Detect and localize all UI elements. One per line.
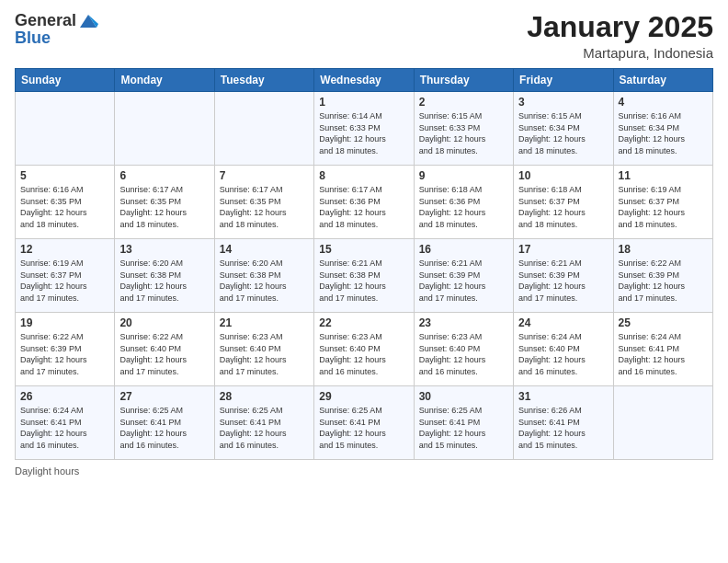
- calendar-day-cell: 20Sunrise: 6:22 AM Sunset: 6:40 PM Dayli…: [115, 313, 214, 386]
- calendar-day-cell: 6Sunrise: 6:17 AM Sunset: 6:35 PM Daylig…: [115, 166, 214, 239]
- day-number: 23: [419, 316, 508, 329]
- day-number: 9: [419, 169, 508, 182]
- day-number: 28: [220, 390, 309, 403]
- day-info: Sunrise: 6:16 AM Sunset: 6:34 PM Dayligh…: [619, 110, 708, 156]
- calendar-day-cell: 22Sunrise: 6:23 AM Sunset: 6:40 PM Dayli…: [314, 313, 414, 386]
- day-info: Sunrise: 6:25 AM Sunset: 6:41 PM Dayligh…: [119, 405, 209, 451]
- day-info: Sunrise: 6:22 AM Sunset: 6:39 PM Dayligh…: [20, 331, 109, 377]
- day-number: 24: [518, 316, 608, 329]
- day-info: Sunrise: 6:24 AM Sunset: 6:40 PM Dayligh…: [518, 331, 608, 377]
- header: General Blue January 2025 Martapura, Ind…: [15, 11, 713, 61]
- calendar-day-header: Wednesday: [314, 69, 414, 92]
- calendar-day-cell: 29Sunrise: 6:25 AM Sunset: 6:41 PM Dayli…: [314, 386, 414, 460]
- calendar-location: Martapura, Indonesia: [527, 45, 713, 61]
- day-info: Sunrise: 6:18 AM Sunset: 6:36 PM Dayligh…: [419, 184, 508, 230]
- day-info: Sunrise: 6:25 AM Sunset: 6:41 PM Dayligh…: [419, 405, 508, 451]
- calendar-day-header: Friday: [514, 69, 613, 92]
- day-number: 19: [20, 316, 109, 329]
- day-info: Sunrise: 6:19 AM Sunset: 6:37 PM Dayligh…: [20, 258, 109, 304]
- day-info: Sunrise: 6:17 AM Sunset: 6:35 PM Dayligh…: [119, 184, 209, 230]
- calendar-day-cell: 19Sunrise: 6:22 AM Sunset: 6:39 PM Dayli…: [16, 313, 115, 386]
- day-number: 12: [20, 243, 109, 256]
- day-number: 14: [220, 243, 309, 256]
- day-number: 17: [518, 243, 608, 256]
- day-info: Sunrise: 6:23 AM Sunset: 6:40 PM Dayligh…: [419, 331, 508, 377]
- calendar-day-cell: 30Sunrise: 6:25 AM Sunset: 6:41 PM Dayli…: [414, 386, 513, 460]
- calendar-day-cell: 31Sunrise: 6:26 AM Sunset: 6:41 PM Dayli…: [514, 386, 613, 460]
- calendar-day-cell: 1Sunrise: 6:14 AM Sunset: 6:33 PM Daylig…: [314, 92, 414, 166]
- logo-blue-text: Blue: [15, 29, 98, 48]
- calendar-day-cell: 15Sunrise: 6:21 AM Sunset: 6:38 PM Dayli…: [314, 239, 414, 313]
- day-number: 15: [319, 243, 408, 256]
- calendar-week-row: 26Sunrise: 6:24 AM Sunset: 6:41 PM Dayli…: [16, 386, 713, 460]
- calendar-day-cell: 5Sunrise: 6:16 AM Sunset: 6:35 PM Daylig…: [16, 166, 115, 239]
- calendar-title: January 2025: [527, 11, 713, 43]
- day-number: 16: [419, 243, 508, 256]
- day-info: Sunrise: 6:17 AM Sunset: 6:36 PM Dayligh…: [319, 184, 408, 230]
- calendar-day-header: Monday: [115, 69, 214, 92]
- day-number: 31: [518, 390, 608, 403]
- calendar-day-cell: 14Sunrise: 6:20 AM Sunset: 6:38 PM Dayli…: [214, 239, 313, 313]
- calendar-day-cell: 9Sunrise: 6:18 AM Sunset: 6:36 PM Daylig…: [414, 166, 513, 239]
- calendar-day-cell: 7Sunrise: 6:17 AM Sunset: 6:35 PM Daylig…: [214, 166, 313, 239]
- day-info: Sunrise: 6:17 AM Sunset: 6:35 PM Dayligh…: [220, 184, 309, 230]
- footer: Daylight hours: [15, 465, 713, 477]
- calendar-day-cell: 21Sunrise: 6:23 AM Sunset: 6:40 PM Dayli…: [214, 313, 313, 386]
- calendar-day-cell: 3Sunrise: 6:15 AM Sunset: 6:34 PM Daylig…: [514, 92, 613, 166]
- day-number: 25: [619, 316, 708, 329]
- calendar-day-cell: 17Sunrise: 6:21 AM Sunset: 6:39 PM Dayli…: [514, 239, 613, 313]
- day-info: Sunrise: 6:24 AM Sunset: 6:41 PM Dayligh…: [619, 331, 708, 377]
- day-info: Sunrise: 6:19 AM Sunset: 6:37 PM Dayligh…: [619, 184, 708, 230]
- calendar-day-cell: 18Sunrise: 6:22 AM Sunset: 6:39 PM Dayli…: [613, 239, 712, 313]
- day-info: Sunrise: 6:21 AM Sunset: 6:39 PM Dayligh…: [419, 258, 508, 304]
- day-info: Sunrise: 6:23 AM Sunset: 6:40 PM Dayligh…: [220, 331, 309, 377]
- day-info: Sunrise: 6:15 AM Sunset: 6:34 PM Dayligh…: [518, 110, 608, 156]
- day-number: 21: [220, 316, 309, 329]
- day-info: Sunrise: 6:15 AM Sunset: 6:33 PM Dayligh…: [419, 110, 508, 156]
- calendar-day-cell: 28Sunrise: 6:25 AM Sunset: 6:41 PM Dayli…: [214, 386, 313, 460]
- day-info: Sunrise: 6:24 AM Sunset: 6:41 PM Dayligh…: [20, 405, 109, 451]
- day-info: Sunrise: 6:21 AM Sunset: 6:38 PM Dayligh…: [319, 258, 408, 304]
- calendar-week-row: 5Sunrise: 6:16 AM Sunset: 6:35 PM Daylig…: [16, 166, 713, 239]
- calendar-day-cell: 16Sunrise: 6:21 AM Sunset: 6:39 PM Dayli…: [414, 239, 513, 313]
- day-number: 4: [619, 96, 708, 109]
- logo-icon: [78, 11, 98, 31]
- day-number: 2: [419, 96, 508, 109]
- calendar-header-row: SundayMondayTuesdayWednesdayThursdayFrid…: [16, 69, 713, 92]
- day-number: 27: [119, 390, 209, 403]
- day-number: 10: [518, 169, 608, 182]
- calendar-table: SundayMondayTuesdayWednesdayThursdayFrid…: [15, 68, 713, 460]
- day-number: 11: [619, 169, 708, 182]
- day-info: Sunrise: 6:26 AM Sunset: 6:41 PM Dayligh…: [518, 405, 608, 451]
- day-info: Sunrise: 6:25 AM Sunset: 6:41 PM Dayligh…: [319, 405, 408, 451]
- day-number: 29: [319, 390, 408, 403]
- calendar-day-cell: 27Sunrise: 6:25 AM Sunset: 6:41 PM Dayli…: [115, 386, 214, 460]
- calendar-day-cell: 8Sunrise: 6:17 AM Sunset: 6:36 PM Daylig…: [314, 166, 414, 239]
- calendar-day-cell: 2Sunrise: 6:15 AM Sunset: 6:33 PM Daylig…: [414, 92, 513, 166]
- calendar-week-row: 12Sunrise: 6:19 AM Sunset: 6:37 PM Dayli…: [16, 239, 713, 313]
- day-number: 30: [419, 390, 508, 403]
- day-info: Sunrise: 6:22 AM Sunset: 6:40 PM Dayligh…: [119, 331, 209, 377]
- calendar-day-cell: 11Sunrise: 6:19 AM Sunset: 6:37 PM Dayli…: [613, 166, 712, 239]
- day-number: 7: [220, 169, 309, 182]
- day-number: 18: [619, 243, 708, 256]
- calendar-day-cell: 24Sunrise: 6:24 AM Sunset: 6:40 PM Dayli…: [514, 313, 613, 386]
- day-info: Sunrise: 6:23 AM Sunset: 6:40 PM Dayligh…: [319, 331, 408, 377]
- calendar-day-cell: 25Sunrise: 6:24 AM Sunset: 6:41 PM Dayli…: [613, 313, 712, 386]
- day-number: 26: [20, 390, 109, 403]
- day-number: 6: [119, 169, 209, 182]
- page: General Blue January 2025 Martapura, Ind…: [0, 0, 728, 563]
- calendar-day-cell: [115, 92, 214, 166]
- calendar-week-row: 19Sunrise: 6:22 AM Sunset: 6:39 PM Dayli…: [16, 313, 713, 386]
- calendar-day-cell: 13Sunrise: 6:20 AM Sunset: 6:38 PM Dayli…: [115, 239, 214, 313]
- logo-general-text: General: [15, 12, 76, 30]
- day-number: 5: [20, 169, 109, 182]
- footer-label: Daylight hours: [15, 465, 79, 477]
- day-info: Sunrise: 6:20 AM Sunset: 6:38 PM Dayligh…: [220, 258, 309, 304]
- day-number: 20: [119, 316, 209, 329]
- day-number: 8: [319, 169, 408, 182]
- calendar-day-header: Thursday: [414, 69, 513, 92]
- calendar-day-cell: [16, 92, 115, 166]
- calendar-day-cell: [613, 386, 712, 460]
- calendar-day-cell: 4Sunrise: 6:16 AM Sunset: 6:34 PM Daylig…: [613, 92, 712, 166]
